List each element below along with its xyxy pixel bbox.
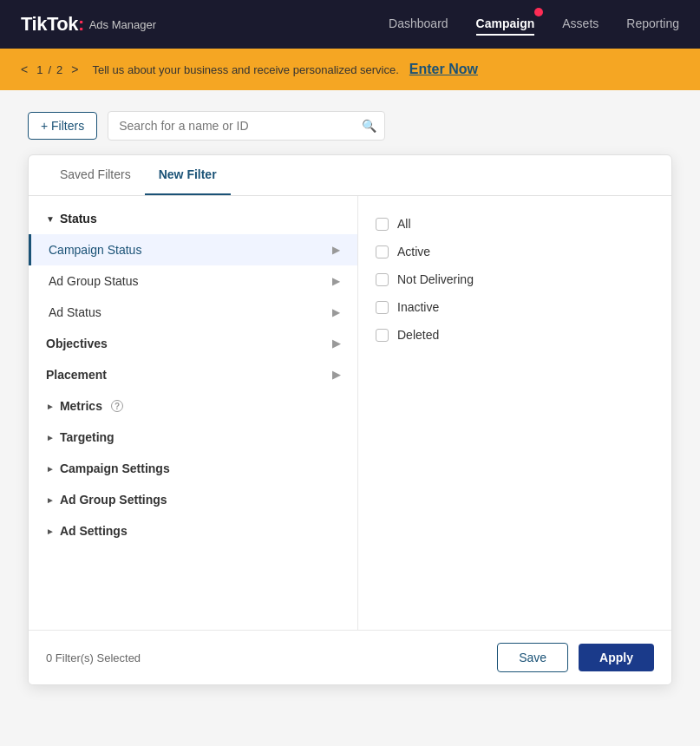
filter-body: ▼ Status Campaign Status ▶ Ad Group Stat… [29,196,671,630]
ad-settings-chevron-icon: ► [46,527,55,536]
nav-link-reporting[interactable]: Reporting [626,13,679,36]
ad-group-status-arrow-icon: ▶ [332,275,340,287]
ad-status-arrow-icon: ▶ [332,306,340,318]
brand-colon: : [78,13,84,35]
checkbox-deleted-input[interactable] [376,329,389,342]
nav-link-campaign[interactable]: Campaign [476,13,535,36]
brand-name: TikTok: [21,13,84,36]
filter-right-panel: All Active Not Delivering Inactive Delet [358,196,671,630]
objectives-label: Objectives [46,337,108,350]
filter-panel: Saved Filters New Filter ▼ Status Campai… [28,154,672,685]
tab-new-filter[interactable]: New Filter [145,155,231,195]
checkbox-inactive[interactable]: Inactive [376,293,654,321]
ad-group-settings-chevron-icon: ► [46,495,55,505]
apply-button[interactable]: Apply [579,644,654,671]
targeting-label: Targeting [60,430,114,444]
brand-logo: TikTok: Ads Manager [21,13,156,36]
targeting-chevron-icon: ► [46,433,55,442]
ad-group-settings-label: Ad Group Settings [60,493,167,507]
campaign-settings-label: Campaign Settings [60,461,170,475]
banner-separator: / [48,63,51,76]
status-section-header[interactable]: ▼ Status [29,203,357,234]
banner-prev-button[interactable]: < [17,61,31,78]
search-wrapper: 🔍 [108,111,385,141]
checkbox-inactive-input[interactable] [376,301,389,314]
banner-message: Tell us about your business and receive … [92,63,398,76]
campaign-status-label: Campaign Status [49,243,141,257]
filter-item-campaign-status[interactable]: Campaign Status ▶ [29,234,357,265]
filter-item-ad-group-status[interactable]: Ad Group Status ▶ [29,265,357,297]
metrics-info-icon: ? [111,400,123,412]
status-section-label: Status [60,212,97,226]
filter-item-ad-settings[interactable]: ► Ad Settings [29,515,357,546]
filter-item-campaign-settings[interactable]: ► Campaign Settings [29,453,357,484]
nav-link-dashboard[interactable]: Dashboard [389,13,448,36]
search-input[interactable] [108,111,385,141]
checkbox-inactive-label: Inactive [397,300,439,314]
placement-label: Placement [46,368,107,382]
save-button[interactable]: Save [497,643,568,672]
checkbox-not-delivering-input[interactable] [376,273,389,286]
checkbox-active[interactable]: Active [376,238,654,265]
ad-group-status-label: Ad Group Status [49,274,139,288]
checkbox-active-label: Active [397,245,430,258]
ad-settings-label: Ad Settings [60,524,128,538]
checkbox-not-delivering-label: Not Delivering [397,272,474,286]
filter-left-panel: ▼ Status Campaign Status ▶ Ad Group Stat… [29,196,358,630]
banner-page1: 1 [36,63,43,76]
toolbar: + Filters 🔍 [28,111,672,141]
checkbox-all[interactable]: All [376,210,654,238]
banner-next-button[interactable]: > [68,61,82,78]
search-icon: 🔍 [362,119,376,133]
filters-button[interactable]: + Filters [28,112,97,140]
objectives-arrow-icon: ▶ [332,337,340,350]
top-navigation: TikTok: Ads Manager Dashboard Campaign A… [0,0,700,49]
status-chevron-icon: ▼ [46,214,55,224]
filter-tabs: Saved Filters New Filter [29,155,671,196]
filter-count: 0 Filter(s) Selected [46,651,141,664]
placement-arrow-icon: ▶ [332,369,340,381]
filter-item-metrics[interactable]: ► Metrics ? [29,390,357,422]
checkbox-deleted-label: Deleted [397,328,439,342]
main-content: + Filters 🔍 Saved Filters New Filter ▼ S… [0,90,700,706]
banner-navigation: < 1 / 2 > [17,61,82,78]
banner-page2: 2 [56,63,62,76]
nav-link-assets[interactable]: Assets [562,13,599,36]
checkbox-all-label: All [397,217,411,231]
campaign-badge [534,8,543,16]
banner-cta-link[interactable]: Enter Now [409,62,478,77]
filter-item-ad-group-settings[interactable]: ► Ad Group Settings [29,484,357,515]
filter-footer: 0 Filter(s) Selected Save Apply [29,630,671,684]
filter-item-targeting[interactable]: ► Targeting [29,422,357,453]
tab-saved-filters[interactable]: Saved Filters [46,155,145,195]
filter-item-objectives[interactable]: Objectives ▶ [29,328,357,359]
checkbox-not-delivering[interactable]: Not Delivering [376,265,654,293]
filter-item-placement[interactable]: Placement ▶ [29,359,357,390]
checkbox-all-input[interactable] [376,218,389,231]
brand-subtitle: Ads Manager [89,18,156,31]
filter-item-ad-status[interactable]: Ad Status ▶ [29,297,357,328]
promo-banner: < 1 / 2 > Tell us about your business an… [0,49,700,90]
campaign-settings-chevron-icon: ► [46,464,55,474]
metrics-chevron-icon: ► [46,402,55,411]
checkbox-active-input[interactable] [376,245,389,258]
ad-status-label: Ad Status [49,305,101,319]
nav-links: Dashboard Campaign Assets Reporting [389,13,679,36]
checkbox-deleted[interactable]: Deleted [376,321,654,349]
campaign-status-arrow-icon: ▶ [332,244,340,256]
metrics-label: Metrics [60,399,102,413]
